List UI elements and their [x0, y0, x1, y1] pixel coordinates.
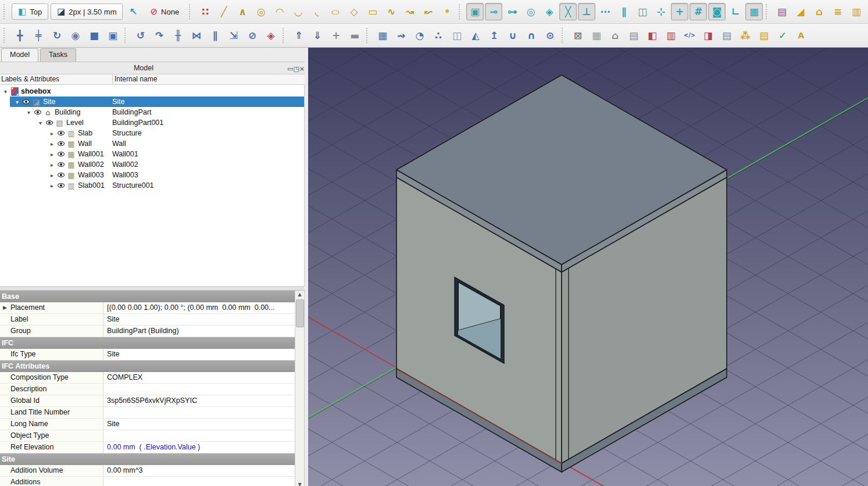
- bim-box-icon[interactable]: ◢: [792, 3, 809, 20]
- prop-row-placement[interactable]: ▶Placement[(0.00 0.00 1.00); 0.00 °; (0.…: [0, 302, 295, 314]
- draft-arc-3points-icon[interactable]: ◡: [290, 3, 307, 20]
- view-direction-button[interactable]: ◧Top: [12, 3, 48, 20]
- prop-row-ifc-type[interactable]: Ifc TypeSite: [0, 349, 295, 360]
- draft-cubicbezier-icon[interactable]: ↜: [420, 3, 437, 20]
- clone-icon[interactable]: ◉: [67, 27, 84, 44]
- visibility-eye-icon[interactable]: [58, 162, 65, 167]
- xor-icon[interactable]: ⊙: [541, 27, 559, 44]
- scroll-thumb[interactable]: [296, 299, 304, 327]
- panel-float-icon[interactable]: ◳: [293, 65, 299, 73]
- visibility-eye-icon[interactable]: [58, 152, 65, 156]
- autogroup-button[interactable]: ⊘None: [144, 3, 185, 20]
- tree-row-slab[interactable]: ▸▥SlabStructure: [0, 128, 304, 138]
- sketch-page-icon[interactable]: ▦: [588, 27, 605, 44]
- snap-lock-icon[interactable]: ▣: [466, 3, 484, 20]
- tab-tasks[interactable]: Tasks: [40, 48, 76, 62]
- panel-splitter[interactable]: [0, 286, 305, 291]
- array-icon[interactable]: ▦: [374, 27, 391, 44]
- snap-special-icon[interactable]: ◫: [634, 3, 651, 20]
- prop-group-ifc[interactable]: IFC: [0, 337, 295, 349]
- cut-doc-icon[interactable]: ◨: [699, 27, 717, 44]
- visibility-eye-icon[interactable]: [58, 173, 65, 177]
- prop-value[interactable]: [103, 384, 295, 395]
- expander-icon[interactable]: ▸: [49, 162, 55, 168]
- split-icon[interactable]: ╫: [169, 27, 187, 44]
- bim-windows-icon[interactable]: ▥: [848, 3, 865, 20]
- join-icon[interactable]: ⋈: [188, 27, 205, 44]
- visibility-eye-icon[interactable]: [23, 99, 30, 104]
- prop-value[interactable]: [(0.00 0.00 1.00); 0.00 °; (0.00 mm 0.00…: [103, 302, 295, 313]
- snap-intersection-icon[interactable]: ╳: [559, 3, 577, 20]
- project-icon[interactable]: ⌂: [606, 27, 624, 44]
- prop-value[interactable]: BuildingPart (Building): [103, 326, 295, 337]
- snap-dimensions-icon[interactable]: ∟: [727, 3, 744, 20]
- tree-row-building[interactable]: ▾⌂BuildingBuildingPart: [0, 107, 304, 117]
- preflight-icon[interactable]: ✓: [774, 27, 791, 44]
- expander-icon[interactable]: ▸: [49, 151, 55, 158]
- toolbar-handle[interactable]: [766, 4, 770, 19]
- expander-icon[interactable]: ▸: [49, 172, 55, 178]
- toolbar-handle[interactable]: [459, 4, 463, 19]
- bim-views-icon[interactable]: ≡: [829, 3, 846, 20]
- tree-row-wall001[interactable]: ▸▦Wall001Wall001: [0, 149, 304, 159]
- compound-icon[interactable]: ▣: [104, 27, 122, 44]
- line-style-button[interactable]: ◪2px | 3.50 mm: [51, 3, 123, 20]
- panel-dock-icon[interactable]: ▭: [287, 65, 293, 73]
- toolbar-handle[interactable]: [3, 28, 8, 43]
- tree-row-wall002[interactable]: ▸▦Wall002Wall002: [0, 159, 304, 170]
- copy-icon[interactable]: ╪: [30, 27, 47, 44]
- prop-expander-icon[interactable]: ▶: [3, 302, 7, 313]
- draft-bezier-icon[interactable]: ↝: [401, 3, 419, 20]
- offset-icon[interactable]: ↺: [132, 27, 149, 44]
- draft-line-icon[interactable]: ╱: [215, 3, 233, 20]
- panel-close-icon[interactable]: ×: [299, 65, 305, 73]
- toolbar-handle[interactable]: [562, 28, 566, 43]
- prop-row-description[interactable]: Description: [0, 384, 295, 395]
- prop-value[interactable]: Site: [103, 349, 295, 360]
- stretch-icon[interactable]: ∥: [206, 27, 224, 44]
- toolbar-handle[interactable]: [3, 4, 8, 19]
- snap-midpoint-icon[interactable]: ⊶: [503, 3, 521, 20]
- floorplan-icon[interactable]: ▤: [625, 27, 642, 44]
- shape2d-icon[interactable]: ◈: [262, 27, 280, 44]
- prop-row-land-title-number[interactable]: Land Title Number: [0, 407, 295, 419]
- prop-row-long-name[interactable]: Long NameSite: [0, 419, 295, 430]
- material-doc-icon[interactable]: ⁂: [737, 27, 754, 44]
- 3d-viewport[interactable]: [308, 48, 868, 486]
- visibility-eye-icon[interactable]: [58, 131, 65, 135]
- prop-row-label[interactable]: LabelSite: [0, 314, 295, 326]
- prop-value[interactable]: COMPLEX: [103, 372, 295, 383]
- prop-group-base[interactable]: Base: [0, 291, 295, 302]
- expander-icon[interactable]: ▾: [26, 109, 32, 116]
- tree-row-level[interactable]: ▾▤LevelBuildingPart001: [0, 117, 304, 128]
- annotation-icon[interactable]: A: [792, 27, 810, 44]
- prop-value[interactable]: 0.00 mm^3: [103, 465, 295, 476]
- scroll-down-icon[interactable]: ▼: [295, 481, 304, 486]
- prop-value[interactable]: [103, 477, 295, 486]
- snap-parallel-icon[interactable]: ∥: [615, 3, 633, 20]
- prop-row-global-id[interactable]: Global Id3sp5n6S5P6xvkVjRXpSYIC: [0, 395, 295, 407]
- prop-group-site[interactable]: Site: [0, 453, 295, 465]
- prop-row-additions[interactable]: Additions: [0, 477, 295, 486]
- tab-model[interactable]: Model: [1, 48, 38, 62]
- grid-toggle-icon[interactable]: ▦: [745, 3, 763, 20]
- union-icon[interactable]: ∪: [504, 27, 521, 44]
- upgrade-icon[interactable]: ⇑: [290, 27, 308, 44]
- prop-value[interactable]: 0.00 mm ( .Elevation.Value ): [103, 442, 295, 453]
- schedule-icon[interactable]: ▤: [755, 27, 773, 44]
- expander-icon[interactable]: ▾: [37, 120, 44, 126]
- draft-ellipse-icon[interactable]: ○: [327, 6, 344, 17]
- tree-row-site[interactable]: ▾◪SiteSite: [0, 97, 304, 107]
- prop-group-ifc-attributes[interactable]: IFC Attributes: [0, 360, 295, 372]
- snap-workingplane-icon[interactable]: ◙: [708, 3, 726, 20]
- prop-value[interactable]: [103, 407, 295, 418]
- code-doc-icon[interactable]: </>: [681, 27, 698, 44]
- draft-arc-icon[interactable]: ◠: [271, 3, 288, 20]
- ifc-document-icon[interactable]: ▤: [773, 3, 791, 20]
- toolbar-handle[interactable]: [366, 28, 371, 43]
- draft-rectangle-icon[interactable]: ▭: [364, 3, 381, 20]
- expander-icon[interactable]: ▸: [49, 141, 55, 147]
- draft-bspline-icon[interactable]: ∿: [383, 3, 400, 20]
- draft-polyline-icon[interactable]: ∧: [234, 3, 251, 20]
- toolbar-handle[interactable]: [189, 4, 194, 19]
